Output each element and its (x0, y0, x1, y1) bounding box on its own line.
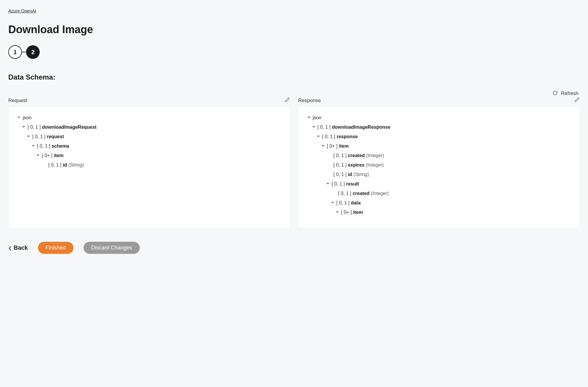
chevron-down-icon (31, 143, 35, 150)
tree-node-label: [ 0+ ] item (341, 209, 363, 216)
request-tree-node[interactable]: [ 0, 1 ] schema (16, 141, 283, 151)
response-column: Response json[ 0, 1 ] downloadImageRespo… (298, 97, 580, 228)
chevron-left-icon: ❮ (8, 246, 12, 250)
refresh-label[interactable]: Refresh (561, 91, 579, 96)
response-tree-node[interactable]: [ 0, 1 ] response (306, 132, 573, 141)
response-label: Response (298, 98, 321, 104)
response-tree-node: [ 0, 1 ] created (Integer) (306, 189, 573, 198)
chevron-down-icon (36, 152, 40, 159)
tree-node-label: json (313, 114, 321, 121)
tree-node-label: json (23, 114, 31, 121)
tree-node-label: [ 0, 1 ] expires (Integer) (334, 162, 384, 169)
chevron-down-icon (307, 115, 311, 121)
tree-node-label: [ 0, 1 ] created (Integer) (338, 190, 389, 197)
tree-node-label: [ 0, 1 ] request (32, 133, 64, 140)
chevron-down-icon (17, 115, 21, 121)
chevron-down-icon (335, 209, 339, 216)
tree-node-label: [ 0+ ] item (42, 152, 63, 159)
response-tree-node[interactable]: [ 0, 1 ] data (306, 198, 573, 208)
chevron-down-icon (312, 124, 316, 131)
request-column: Request json[ 0, 1 ] downloadImageReques… (8, 97, 290, 228)
chevron-down-icon (321, 143, 325, 150)
request-tree-node: [ 0, 1 ] id (String) (16, 160, 283, 170)
tree-node-label: [ 0, 1 ] downloadImageResponse (318, 124, 390, 131)
chevron-down-icon (331, 200, 335, 207)
response-tree-node: [ 0, 1 ] created (Integer) (306, 151, 573, 160)
response-tree-node[interactable]: [ 0, 1 ] result (306, 179, 573, 189)
tree-node-label: [ 0, 1 ] data (337, 199, 361, 207)
tree-node-label: [ 0, 1 ] schema (37, 143, 69, 150)
chevron-down-icon (26, 133, 31, 140)
tree-node-label: [ 0, 1 ] downloadImageRequest (28, 124, 97, 131)
tree-node-label: [ 0, 1 ] response (322, 133, 358, 140)
request-tree-node[interactable]: json (16, 113, 283, 122)
breadcrumb[interactable]: Azure OpenAI (8, 8, 36, 13)
tree-node-label: [ 0, 1 ] result (332, 180, 359, 188)
back-label: Back (14, 244, 28, 251)
response-tree-node[interactable]: [ 0+ ] item (306, 141, 573, 151)
footer: ❮ Back Finished Discard Changes (8, 242, 580, 254)
request-label: Request (8, 98, 27, 104)
response-tree-node[interactable]: [ 0+ ] item (306, 208, 573, 217)
page-title: Download Image (8, 23, 580, 36)
chevron-down-icon (22, 124, 26, 131)
step-2[interactable]: 2 (26, 45, 40, 59)
response-panel: json[ 0, 1 ] downloadImageResponse[ 0, 1… (298, 107, 580, 228)
section-title: Data Schema: (8, 73, 580, 81)
step-connector (22, 52, 26, 52)
request-edit-icon[interactable] (285, 97, 290, 104)
request-tree-node[interactable]: [ 0, 1 ] request (16, 132, 283, 141)
request-tree-node[interactable]: [ 0+ ] item (16, 151, 283, 160)
chevron-down-icon (326, 181, 330, 188)
tree-node-label: [ 0, 1 ] id (String) (334, 171, 369, 178)
response-tree-node: [ 0, 1 ] id (String) (306, 170, 573, 179)
refresh-icon[interactable] (552, 90, 558, 96)
response-tree-node: [ 0, 1 ] expires (Integer) (306, 160, 573, 170)
back-button[interactable]: ❮ Back (8, 244, 28, 251)
tree-node-label: [ 0+ ] item (327, 143, 349, 150)
discard-button[interactable]: Discard Changes (84, 242, 140, 254)
request-panel: json[ 0, 1 ] downloadImageRequest[ 0, 1 … (8, 107, 290, 228)
stepper: 1 2 (8, 45, 580, 59)
finished-button[interactable]: Finished (38, 242, 73, 254)
step-1[interactable]: 1 (8, 45, 22, 59)
response-edit-icon[interactable] (574, 97, 580, 104)
response-tree-node[interactable]: [ 0, 1 ] downloadImageResponse (306, 122, 573, 132)
chevron-down-icon (316, 133, 321, 140)
tree-node-label: [ 0, 1 ] id (String) (48, 162, 84, 169)
response-tree-node[interactable]: json (306, 113, 573, 122)
request-tree-node[interactable]: [ 0, 1 ] downloadImageRequest (16, 122, 283, 132)
refresh-row: Refresh (8, 90, 580, 96)
tree-node-label: [ 0, 1 ] created (Integer) (334, 152, 384, 159)
